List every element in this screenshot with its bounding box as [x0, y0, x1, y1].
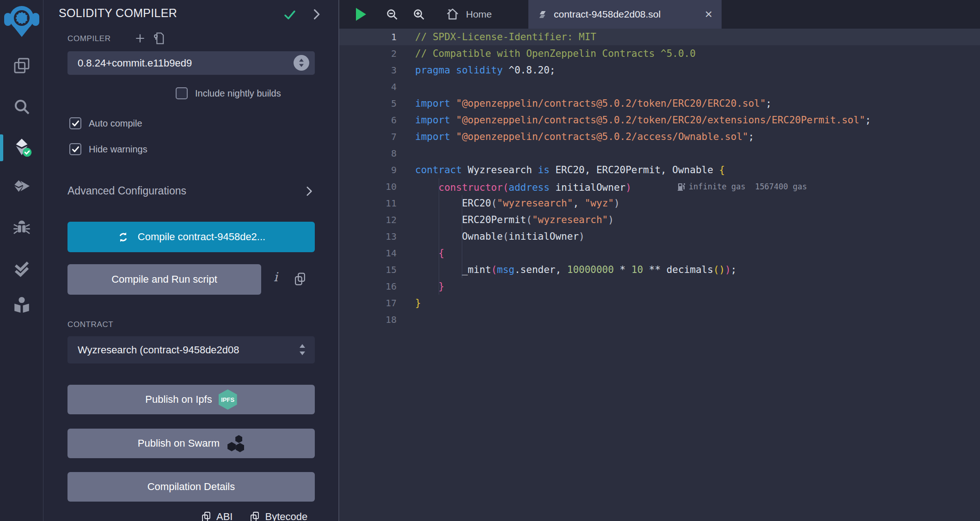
compile-button-label: Compile contract-9458de2...	[138, 231, 265, 243]
ipfs-icon: IPFS	[219, 389, 237, 410]
code-line: 17}	[339, 295, 980, 311]
code-text: ERC20Permit("wyzresearch")	[397, 212, 614, 228]
line-number: 15	[339, 261, 397, 278]
copy-icon[interactable]	[201, 511, 212, 521]
code-text: import "@openzeppelin/contracts@5.0.2/ac…	[397, 128, 754, 145]
line-number: 13	[339, 228, 397, 245]
code-line: 4	[339, 79, 980, 95]
bytecode-button[interactable]: Bytecode	[265, 511, 307, 521]
copy-icon[interactable]	[293, 272, 307, 286]
code-text: }	[397, 295, 421, 311]
editor-area: Home contract-9458de2d08.sol × 1// SPDX-…	[339, 0, 980, 521]
open-compiler-file-icon[interactable]	[153, 31, 165, 45]
panel-title: SOLIDITY COMPILER	[59, 6, 177, 20]
code-line: 15 _mint(msg.sender, 10000000 * 10 ** de…	[339, 261, 980, 278]
code-line: 16 }	[339, 278, 980, 295]
compiler-version-value: 0.8.24+commit.e11b9ed9	[78, 57, 192, 69]
publish-ipfs-label: Publish on Ipfs	[145, 394, 212, 406]
line-number: 3	[339, 62, 397, 79]
code-text: pragma solidity ^0.8.20;	[397, 62, 555, 79]
refresh-icon	[117, 231, 129, 243]
line-number: 16	[339, 278, 397, 295]
chevron-right-icon	[303, 185, 315, 197]
code-line: 1// SPDX-License-Identifier: MIT	[339, 29, 980, 45]
code-line: 5import "@openzeppelin/contracts@5.0.2/t…	[339, 95, 980, 112]
gas-pump-icon	[678, 182, 685, 191]
hide-warnings-checkbox[interactable]	[69, 143, 81, 155]
zoom-out-icon[interactable]	[385, 7, 399, 21]
compile-success-check-icon	[283, 8, 297, 22]
line-number: 18	[339, 311, 397, 328]
contract-select[interactable]: Wyzresearch (contract-9458de2d08	[67, 336, 315, 363]
search-icon[interactable]	[12, 97, 32, 117]
tab-bar: Home contract-9458de2d08.sol ×	[339, 0, 980, 29]
debugger-icon[interactable]	[12, 218, 32, 238]
advanced-configurations-toggle[interactable]: Advanced Configurations	[67, 185, 315, 197]
run-script-play-button[interactable]	[356, 8, 366, 21]
deploy-run-icon[interactable]	[12, 177, 32, 198]
add-compiler-icon[interactable]	[134, 32, 146, 44]
code-text: contract Wyzresearch is ERC20, ERC20Perm…	[397, 162, 725, 178]
compile-and-run-button[interactable]: Compile and Run script	[67, 264, 261, 295]
copy-icon[interactable]	[249, 511, 260, 521]
code-line: 2// Compatible with OpenZeppelin Contrac…	[339, 45, 980, 62]
line-number: 5	[339, 95, 397, 112]
static-analysis-icon[interactable]	[12, 260, 32, 280]
panel-collapse-chevron-icon[interactable]	[310, 8, 323, 21]
line-number: 1	[339, 29, 397, 45]
select-arrows-icon	[294, 55, 309, 71]
code-text	[397, 311, 415, 328]
line-number: 6	[339, 112, 397, 128]
learn-icon[interactable]	[12, 295, 32, 315]
line-number: 17	[339, 295, 397, 311]
compile-button[interactable]: Compile contract-9458de2...	[67, 222, 315, 252]
zoom-in-icon[interactable]	[412, 7, 426, 21]
code-lines: 1// SPDX-License-Identifier: MIT2// Comp…	[339, 29, 980, 328]
compiler-version-select[interactable]: 0.8.24+commit.e11b9ed9	[67, 51, 315, 75]
compilation-details-button[interactable]: Compilation Details	[67, 472, 315, 502]
line-number: 10	[339, 178, 397, 195]
remix-ide-window: SOLIDITY COMPILER COMPILER 0.8.24+commit…	[0, 0, 980, 521]
code-text	[397, 145, 415, 162]
auto-compile-label: Auto compile	[89, 118, 142, 129]
publish-swarm-button[interactable]: Publish on Swarm	[67, 429, 315, 458]
file-explorer-icon[interactable]	[12, 55, 32, 76]
select-arrows-icon	[298, 343, 306, 357]
solidity-file-icon	[539, 11, 546, 18]
code-text: // SPDX-License-Identifier: MIT	[397, 29, 596, 45]
compiler-section-label: COMPILER	[67, 34, 111, 43]
code-text: ERC20("wyzresearch", "wyz")	[397, 195, 620, 212]
line-number: 9	[339, 162, 397, 178]
code-text: {	[397, 245, 444, 261]
abi-button[interactable]: ABI	[216, 511, 233, 521]
compile-and-run-label: Compile and Run script	[111, 273, 217, 285]
swarm-icon	[226, 434, 245, 453]
remix-logo[interactable]	[4, 3, 40, 40]
active-plugin-indicator	[0, 134, 3, 161]
info-icon[interactable]: i	[274, 270, 278, 284]
close-tab-icon[interactable]: ×	[705, 8, 712, 21]
code-line: 13 Ownable(initialOwner)	[339, 228, 980, 245]
abi-bytecode-row: ABI Bytecode	[201, 511, 307, 521]
tab-active-contract[interactable]: contract-9458de2d08.sol ×	[528, 0, 722, 29]
code-editor[interactable]: 1// SPDX-License-Identifier: MIT2// Comp…	[339, 29, 980, 521]
advanced-configurations-label: Advanced Configurations	[67, 185, 186, 197]
tab-home[interactable]: Home	[436, 0, 501, 29]
tab-home-label: Home	[466, 9, 492, 20]
icon-rail	[0, 0, 43, 521]
hide-warnings-row: Hide warnings	[69, 143, 147, 155]
auto-compile-checkbox[interactable]	[69, 117, 81, 129]
code-line: 11 ERC20("wyzresearch", "wyz")	[339, 195, 980, 212]
code-text: _mint(msg.sender, 10000000 * 10 ** decim…	[397, 261, 736, 278]
solidity-compiler-panel: SOLIDITY COMPILER COMPILER 0.8.24+commit…	[43, 0, 339, 521]
line-number: 4	[339, 79, 397, 95]
auto-compile-row: Auto compile	[69, 117, 142, 129]
home-icon	[446, 7, 459, 21]
line-number: 12	[339, 212, 397, 228]
publish-ipfs-button[interactable]: Publish on Ipfs IPFS	[67, 385, 315, 414]
include-nightly-checkbox[interactable]	[176, 87, 188, 99]
line-number: 11	[339, 195, 397, 212]
code-text: import "@openzeppelin/contracts@5.0.2/to…	[397, 95, 772, 112]
code-line: 18	[339, 311, 980, 328]
solidity-compiler-icon[interactable]	[12, 137, 32, 157]
